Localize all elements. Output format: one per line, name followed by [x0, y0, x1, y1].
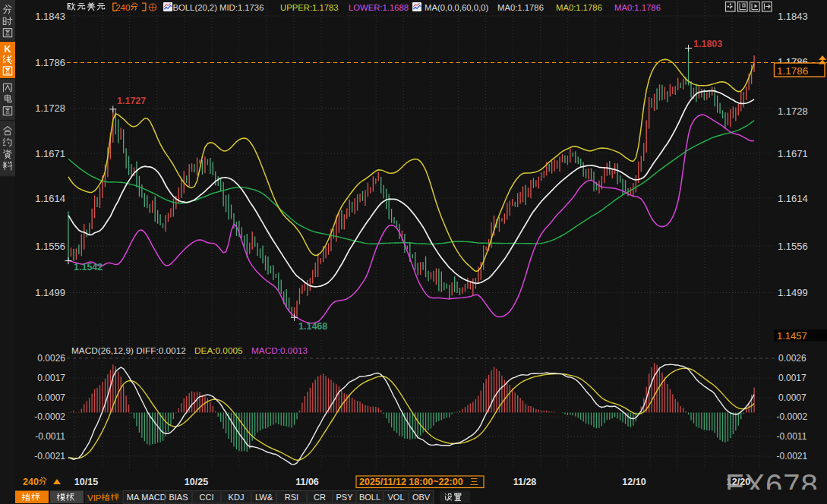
svg-text:RSI: RSI	[285, 493, 298, 502]
svg-text:11/28: 11/28	[513, 477, 537, 487]
svg-text:1.1728: 1.1728	[778, 106, 808, 117]
svg-text:1.1556: 1.1556	[35, 241, 65, 252]
svg-text:1.1843: 1.1843	[35, 11, 65, 22]
svg-text:1.1468: 1.1468	[298, 321, 327, 332]
svg-text:DEA:0.0005: DEA:0.0005	[194, 345, 243, 356]
svg-text:1.1614: 1.1614	[35, 193, 65, 204]
svg-text:BIAS: BIAS	[169, 493, 188, 502]
svg-text:1.1499: 1.1499	[35, 287, 65, 298]
svg-text:0.0026: 0.0026	[37, 353, 65, 364]
svg-text:MACD:0.0013: MACD:0.0013	[251, 345, 308, 356]
svg-text:240: 240	[115, 3, 130, 12]
svg-text:1.1727: 1.1727	[117, 96, 146, 106]
svg-text:-0.0002: -0.0002	[34, 411, 65, 422]
svg-text:MACD: MACD	[141, 493, 166, 502]
svg-text:12/10: 12/10	[622, 477, 646, 487]
svg-text:1.1843: 1.1843	[778, 11, 808, 22]
svg-text:MA0:1.1786: MA0:1.1786	[556, 3, 602, 12]
svg-text:LW&: LW&	[255, 493, 273, 502]
svg-text:CR: CR	[314, 493, 326, 502]
svg-text:MA0:1.1786: MA0:1.1786	[614, 3, 661, 12]
svg-text:MA0:1.1786: MA0:1.1786	[497, 3, 544, 12]
svg-text:1.1786: 1.1786	[777, 65, 808, 77]
svg-text:BOLL(20,2) MID:1.1736: BOLL(20,2) MID:1.1736	[173, 3, 264, 12]
svg-text:1.1499: 1.1499	[778, 287, 808, 298]
svg-text:KDJ: KDJ	[229, 493, 245, 502]
svg-text:0.0017: 0.0017	[778, 373, 806, 383]
svg-text:1.1614: 1.1614	[778, 193, 808, 204]
svg-text:1.1671: 1.1671	[35, 148, 65, 159]
svg-text:PSY: PSY	[336, 493, 353, 502]
svg-text:1.1556: 1.1556	[778, 241, 808, 252]
svg-text:10/25: 10/25	[185, 477, 208, 487]
svg-text:11/06: 11/06	[295, 477, 319, 487]
svg-text:2025/11/12 18:00~22:00: 2025/11/12 18:00~22:00	[359, 477, 463, 487]
svg-text:VOL: VOL	[387, 493, 404, 502]
svg-text:1.1803: 1.1803	[693, 39, 722, 49]
svg-text:1.1542: 1.1542	[74, 262, 103, 272]
svg-text:1.1671: 1.1671	[778, 148, 808, 159]
svg-text:UPPER:1.1783: UPPER:1.1783	[280, 3, 339, 12]
svg-text:-0.0002: -0.0002	[777, 411, 808, 422]
svg-text:-0.0021: -0.0021	[34, 451, 65, 461]
svg-text:0.0007: 0.0007	[778, 392, 806, 403]
svg-text:VIP: VIP	[87, 493, 102, 502]
svg-text:OBV: OBV	[412, 493, 431, 502]
svg-text:MA(0,0,0,60,0,0): MA(0,0,0,60,0,0)	[425, 3, 488, 12]
svg-text:240: 240	[23, 477, 39, 487]
svg-text:0.0026: 0.0026	[778, 353, 806, 364]
svg-text:-0.0021: -0.0021	[777, 451, 808, 461]
svg-text:CCI: CCI	[200, 493, 214, 502]
svg-text:MACD(26,12,9) DIFF:0.0012: MACD(26,12,9) DIFF:0.0012	[71, 345, 186, 356]
svg-text:K: K	[4, 44, 11, 55]
svg-text:10/15: 10/15	[74, 477, 98, 487]
svg-text:1.1728: 1.1728	[35, 102, 65, 114]
svg-text:0.0007: 0.0007	[37, 392, 65, 403]
svg-text:1.1457: 1.1457	[777, 330, 807, 342]
svg-text:MA: MA	[127, 493, 140, 502]
svg-text:BOLL: BOLL	[359, 493, 380, 502]
svg-text:-0.0011: -0.0011	[35, 431, 65, 442]
svg-text:1.1786: 1.1786	[35, 57, 65, 68]
svg-text:-0.0011: -0.0011	[777, 431, 807, 442]
svg-text:LOWER:1.1688: LOWER:1.1688	[349, 3, 409, 12]
svg-text:0.0017: 0.0017	[37, 373, 65, 383]
